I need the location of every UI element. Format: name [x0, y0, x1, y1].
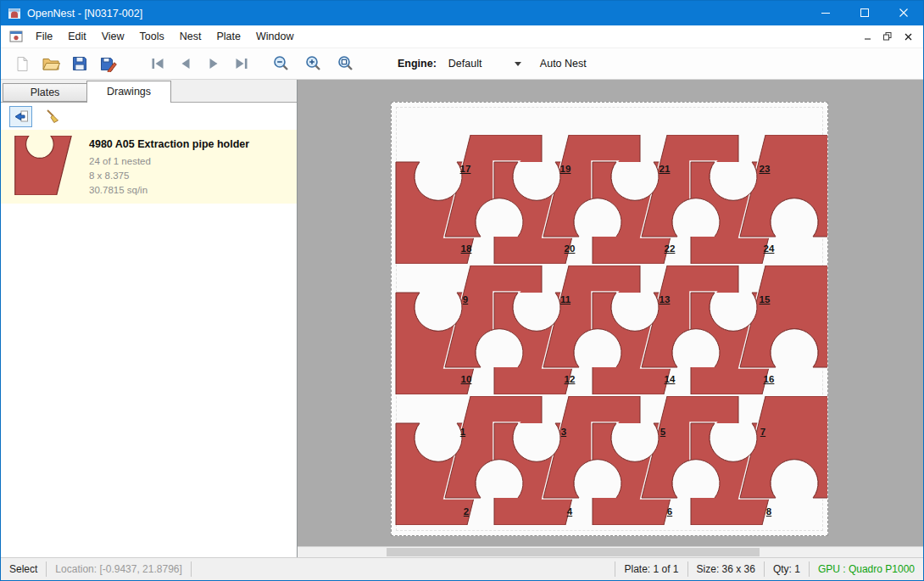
- part-label: 2: [464, 506, 469, 517]
- maximize-button[interactable]: [845, 1, 884, 25]
- save-icon: [72, 56, 87, 71]
- menu-tools[interactable]: Tools: [132, 26, 172, 47]
- zoom-in-button[interactable]: [298, 51, 330, 76]
- part-label: 18: [461, 243, 472, 254]
- plate[interactable]: 171921231820222491113151012141613572468: [391, 102, 828, 536]
- nav-next-icon: [205, 57, 222, 70]
- new-button[interactable]: [8, 51, 36, 76]
- part-label: 9: [463, 294, 468, 304]
- auto-nest-button[interactable]: Auto Nest: [540, 58, 587, 70]
- status-qty: Qty: 1: [765, 563, 809, 575]
- part-label: 13: [660, 294, 671, 304]
- part-label: 4: [567, 506, 572, 517]
- part-label: 8: [766, 506, 771, 517]
- main-toolbar: Engine: Default Auto Nest: [1, 47, 923, 80]
- tab-drawings[interactable]: Drawings: [86, 81, 171, 103]
- drawing-item-info: 4980 A05 Extraction pipe holder 24 of 1 …: [89, 136, 249, 198]
- part-label: 11: [560, 294, 571, 304]
- status-plate: Plate: 1 of 1: [615, 563, 687, 575]
- part-label: 22: [665, 243, 676, 254]
- zoom-out-button[interactable]: [265, 51, 298, 76]
- nest-canvas[interactable]: 171921231820222491113151012141613572468: [298, 80, 923, 557]
- mdi-restore-icon: [883, 32, 892, 41]
- nest-band-1: [393, 135, 827, 264]
- window-title: OpenNest - [N0317-002]: [27, 8, 142, 20]
- nav-prev-button[interactable]: [171, 51, 199, 76]
- mdi-restore-button[interactable]: [877, 28, 898, 45]
- engine-selected-value: Default: [448, 58, 482, 70]
- maximize-icon: [860, 8, 870, 18]
- nav-last-icon: [233, 57, 250, 70]
- statusbar: Select Location: [-0.9437, 21.8796] Plat…: [1, 557, 923, 580]
- part-label: 14: [665, 374, 676, 384]
- status-divider: [191, 561, 192, 577]
- menu-window[interactable]: Window: [248, 26, 301, 47]
- zoom-fit-icon: [337, 55, 355, 72]
- part-label: 12: [565, 374, 576, 384]
- broom-icon: [45, 109, 60, 124]
- close-button[interactable]: [884, 1, 923, 25]
- engine-select[interactable]: Default: [445, 53, 526, 74]
- app-window: OpenNest - [N0317-002] File Edit View To…: [0, 0, 924, 581]
- status-gpu: GPU : Quadro P1000: [810, 563, 923, 575]
- menu-edit[interactable]: Edit: [60, 26, 94, 47]
- titlebar: OpenNest - [N0317-002]: [1, 1, 923, 25]
- menu-file[interactable]: File: [28, 26, 60, 47]
- nav-prev-icon: [177, 57, 194, 70]
- part-label: 21: [660, 164, 671, 174]
- part-label: 5: [660, 427, 665, 437]
- mdi-minimize-icon: [864, 33, 871, 41]
- mdi-document-icon[interactable]: [9, 31, 23, 42]
- part-label: 15: [760, 294, 771, 304]
- part-label: 3: [561, 427, 566, 437]
- part-label: 24: [764, 243, 775, 254]
- part-label: 7: [760, 427, 765, 437]
- tab-strip: Plates Drawings: [1, 80, 297, 102]
- h-scrollbar[interactable]: [298, 546, 923, 557]
- drawing-nested-count: 24 of 1 nested: [89, 154, 249, 169]
- nav-next-button[interactable]: [199, 51, 227, 76]
- save-as-button[interactable]: [94, 51, 123, 76]
- drawing-title: 4980 A05 Extraction pipe holder: [89, 138, 249, 150]
- part-label: 17: [460, 164, 471, 174]
- part-label: 23: [760, 164, 771, 174]
- minimize-icon: [821, 8, 831, 18]
- nav-last-button[interactable]: [227, 51, 255, 76]
- drawing-list-item[interactable]: 4980 A05 Extraction pipe holder 24 of 1 …: [1, 130, 297, 204]
- nest-band-3: [393, 396, 827, 525]
- minimize-button[interactable]: [806, 1, 845, 25]
- app-icon: [8, 7, 21, 20]
- zoom-out-icon: [272, 55, 291, 72]
- nav-first-icon: [149, 57, 166, 70]
- close-icon: [899, 8, 909, 18]
- menu-nest[interactable]: Nest: [172, 26, 209, 47]
- part-label: 10: [461, 374, 472, 384]
- nest-band-2: [393, 265, 827, 394]
- mdi-minimize-button[interactable]: [857, 28, 877, 45]
- new-file-icon: [14, 56, 30, 72]
- status-mode: Select: [1, 563, 46, 575]
- mdi-close-button[interactable]: [898, 28, 918, 45]
- h-scrollbar-thumb[interactable]: [387, 548, 760, 556]
- zoom-fit-button[interactable]: [330, 51, 362, 76]
- status-location: Location: [-0.9437, 21.8796]: [47, 563, 190, 575]
- drawing-area: 30.7815 sq/in: [89, 183, 249, 198]
- part-label: 6: [667, 506, 672, 517]
- open-folder-icon: [42, 56, 60, 71]
- replace-drawing-button[interactable]: [9, 106, 32, 127]
- save-button[interactable]: [65, 51, 94, 76]
- menu-view[interactable]: View: [94, 26, 132, 47]
- tab-plates[interactable]: Plates: [3, 83, 87, 102]
- zoom-in-icon: [304, 55, 323, 72]
- part-label: 16: [764, 374, 775, 384]
- drawings-toolbar: [1, 103, 297, 130]
- open-button[interactable]: [36, 51, 65, 76]
- menu-plate[interactable]: Plate: [209, 26, 248, 47]
- nav-first-button[interactable]: [143, 51, 171, 76]
- part-label: 20: [565, 243, 576, 254]
- save-edit-icon: [100, 56, 118, 72]
- clean-button[interactable]: [41, 106, 64, 127]
- status-size: Size: 36 x 36: [688, 563, 764, 575]
- mdi-close-icon: [905, 33, 912, 41]
- menubar: File Edit View Tools Nest Plate Window: [1, 25, 923, 47]
